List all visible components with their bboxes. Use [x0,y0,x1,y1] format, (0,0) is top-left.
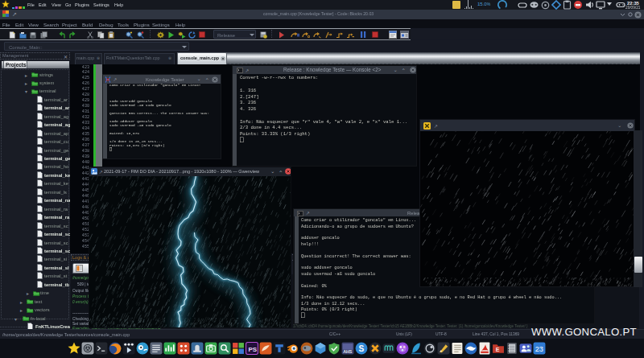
svg-text:E: E [496,347,500,352]
svg-text:23: 23 [535,344,543,352]
svg-text:S: S [358,344,364,352]
svg-text:AHS: AHS [343,348,353,353]
svg-text:PS: PS [248,345,257,352]
